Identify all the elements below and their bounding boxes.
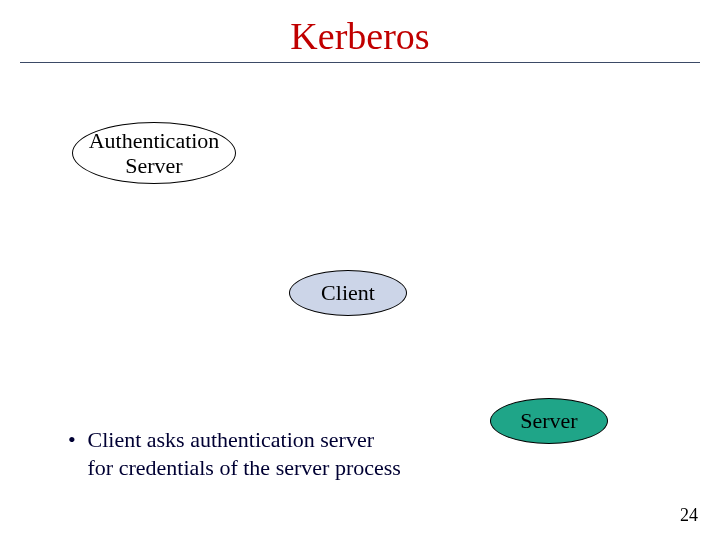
- page-number: 24: [680, 505, 698, 526]
- node-client: Client: [289, 270, 407, 316]
- slide-title: Kerberos: [0, 14, 720, 58]
- bullet-line2: for credentials of the server process: [88, 455, 401, 480]
- node-authentication-server-label: Authentication Server: [89, 128, 220, 179]
- bullet-line1: Client asks authentication server: [88, 427, 375, 452]
- node-server: Server: [490, 398, 608, 444]
- node-authentication-server: Authentication Server: [72, 122, 236, 184]
- node-server-label: Server: [520, 408, 577, 433]
- node-client-label: Client: [321, 280, 375, 305]
- bullet-text: • Client asks authentication server for …: [68, 426, 428, 481]
- title-underline: [20, 62, 700, 63]
- slide: Kerberos Authentication Server Client Se…: [0, 0, 720, 540]
- bullet-dot: •: [68, 426, 82, 454]
